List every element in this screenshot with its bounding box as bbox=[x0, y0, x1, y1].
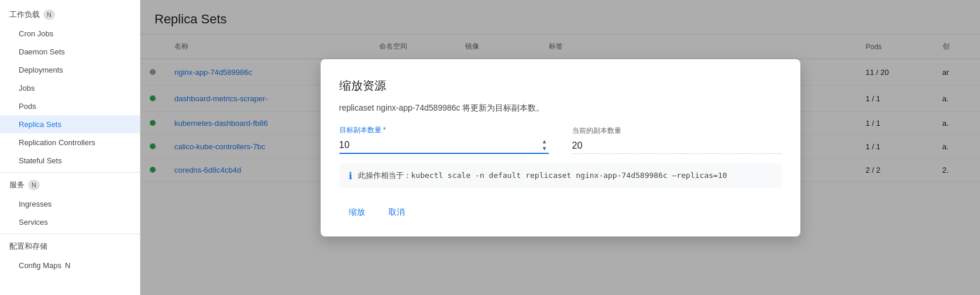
sidebar-divider bbox=[0, 172, 140, 173]
current-replicas-value: 20 bbox=[572, 138, 782, 154]
spinner-up[interactable]: ▲ bbox=[541, 138, 549, 145]
sidebar-item-jobs[interactable]: Jobs bbox=[0, 79, 140, 97]
info-box: ℹ 此操作相当于：kubectl scale -n default replic… bbox=[339, 163, 782, 188]
sidebar-divider-2 bbox=[0, 234, 140, 234]
dialog-title: 缩放资源 bbox=[339, 78, 782, 94]
main-content: Replica Sets 名称 命名空间 镜像 标签 Pods 创 nginx-… bbox=[140, 0, 980, 295]
config-maps-badge: N bbox=[65, 261, 70, 270]
current-replicas-label: 当前的副本数量 bbox=[572, 126, 782, 136]
info-text: 此操作相当于：kubectl scale -n default replicas… bbox=[358, 170, 727, 181]
sidebar-section-services[interactable]: 服务 N bbox=[0, 175, 140, 195]
dialog-description: replicaset nginx-app-74d589986c 将更新为目标副本… bbox=[339, 103, 782, 114]
sidebar-section-config[interactable]: 配置和存储 bbox=[0, 236, 140, 256]
scale-dialog: 缩放资源 replicaset nginx-app-74d589986c 将更新… bbox=[321, 59, 800, 236]
sidebar-item-replication-controllers[interactable]: Replication Controllers bbox=[0, 133, 140, 152]
sidebar-item-deployments[interactable]: Deployments bbox=[0, 61, 140, 79]
cancel-button[interactable]: 取消 bbox=[379, 203, 414, 222]
sidebar-item-cron-jobs[interactable]: Cron Jobs bbox=[0, 25, 140, 43]
dialog-actions: 缩放 取消 bbox=[339, 203, 782, 222]
modal-overlay: 缩放资源 replicaset nginx-app-74d589986c 将更新… bbox=[140, 0, 980, 295]
sidebar: 工作负载 N Cron Jobs Daemon Sets Deployments… bbox=[0, 0, 140, 295]
sidebar-item-pods[interactable]: Pods bbox=[0, 97, 140, 115]
services-badge: N bbox=[28, 180, 40, 190]
sidebar-section-workload[interactable]: 工作负载 N bbox=[0, 5, 140, 25]
config-label: 配置和存储 bbox=[9, 241, 47, 252]
sidebar-item-services[interactable]: Services bbox=[0, 213, 140, 231]
services-label: 服务 bbox=[9, 180, 25, 190]
sidebar-item-daemon-sets[interactable]: Daemon Sets bbox=[0, 43, 140, 61]
current-replicas-field: 当前的副本数量 20 bbox=[572, 126, 782, 154]
target-replicas-field: 目标副本数量 * ▲ ▼ bbox=[339, 125, 549, 154]
sidebar-item-stateful-sets[interactable]: Stateful Sets bbox=[0, 152, 140, 170]
sidebar-item-ingresses[interactable]: Ingresses bbox=[0, 195, 140, 213]
workload-badge: N bbox=[43, 9, 55, 20]
sidebar-item-replica-sets[interactable]: Replica Sets bbox=[0, 115, 140, 133]
target-replicas-input[interactable] bbox=[339, 138, 538, 153]
target-replicas-label: 目标副本数量 * bbox=[339, 125, 549, 135]
info-icon: ℹ bbox=[349, 170, 352, 181]
scale-button[interactable]: 缩放 bbox=[339, 203, 374, 222]
dialog-fields: 目标副本数量 * ▲ ▼ 当前的副本数量 20 bbox=[339, 125, 782, 154]
spinner-down[interactable]: ▼ bbox=[541, 145, 549, 152]
spinner-buttons: ▲ ▼ bbox=[541, 138, 549, 152]
workload-label: 工作负载 bbox=[9, 9, 40, 20]
target-replicas-input-wrap: ▲ ▼ bbox=[339, 138, 549, 154]
sidebar-item-config-maps[interactable]: Config Maps N bbox=[0, 256, 140, 275]
